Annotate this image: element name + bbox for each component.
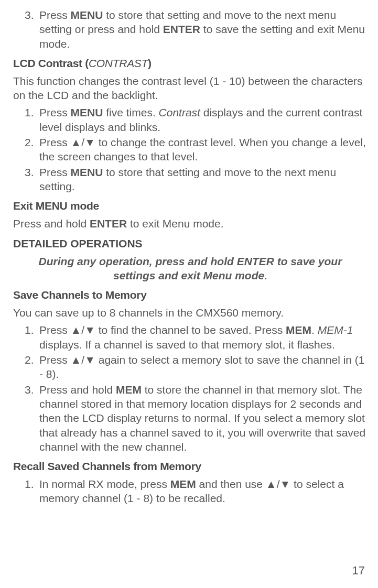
step-text: Press and hold MEM to store the channel … xyxy=(39,383,368,454)
lcd-step-1: 1. Press MENU five times. Contrast displ… xyxy=(13,105,368,134)
step-text: In normal RX mode, press MEM and then us… xyxy=(39,477,368,506)
step-text: Press MENU to store that setting and mov… xyxy=(39,165,368,194)
save-step-2: 2. Press ▲/▼ again to select a memory sl… xyxy=(13,353,368,382)
page-number: 17 xyxy=(352,564,365,578)
step-text: Press MENU to store that setting and mov… xyxy=(39,8,368,51)
detailed-operations-heading: DETAILED OPERATIONS xyxy=(13,237,368,250)
step-number: 3. xyxy=(25,8,39,51)
lcd-contrast-intro: This function changes the contrast level… xyxy=(13,74,368,103)
lcd-contrast-heading: LCD Contrast (CONTRAST) xyxy=(13,57,368,70)
step-number: 3. xyxy=(25,383,39,454)
step-3-top: 3. Press MENU to store that setting and … xyxy=(13,8,368,51)
detailed-operations-note: During any operation, press and hold ENT… xyxy=(13,254,368,283)
exit-menu-heading: Exit MENU mode xyxy=(13,200,368,212)
exit-menu-text: Press and hold ENTER to exit Menu mode. xyxy=(13,216,368,231)
step-text: Press ▲/▼ to find the channel to be save… xyxy=(39,323,368,352)
save-channels-intro: You can save up to 8 channels in the CMX… xyxy=(13,306,368,320)
save-channels-heading: Save Channels to Memory xyxy=(13,289,368,301)
step-number: 3. xyxy=(25,165,39,194)
lcd-step-3: 3. Press MENU to store that setting and … xyxy=(13,165,368,194)
step-text: Press ▲/▼ again to select a memory slot … xyxy=(39,353,368,382)
step-number: 2. xyxy=(25,353,39,382)
save-step-1: 1. Press ▲/▼ to find the channel to be s… xyxy=(13,323,368,352)
save-step-3: 3. Press and hold MEM to store the chann… xyxy=(13,383,368,454)
recall-channels-heading: Recall Saved Channels from Memory xyxy=(13,460,368,473)
step-text: Press MENU five times. Contrast displays… xyxy=(39,105,368,134)
step-number: 1. xyxy=(25,477,39,506)
step-text: Press ▲/▼ to change the contrast level. … xyxy=(39,135,368,164)
lcd-step-2: 2. Press ▲/▼ to change the contrast leve… xyxy=(13,135,368,164)
step-number: 1. xyxy=(25,105,39,134)
recall-step-1: 1. In normal RX mode, press MEM and then… xyxy=(13,477,368,506)
step-number: 2. xyxy=(25,135,39,164)
step-number: 1. xyxy=(25,323,39,352)
